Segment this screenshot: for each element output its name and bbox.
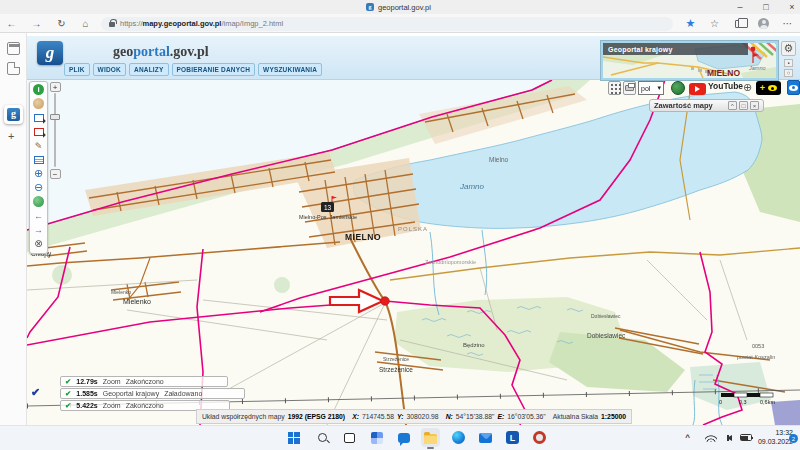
favorite-star-icon[interactable]: ★ (683, 16, 698, 31)
window-minimize-button[interactable]: – (729, 0, 751, 13)
svg-text:powiat Koszalin: powiat Koszalin (737, 354, 775, 360)
start-button[interactable] (286, 430, 301, 445)
contrast-eye-icon (768, 85, 777, 91)
volume-icon[interactable] (722, 430, 737, 445)
mail-icon[interactable] (478, 430, 493, 445)
taskbar-clock[interactable]: 13:32 09.03.2022 (753, 429, 793, 446)
default-cursor-icon[interactable]: ⊗ (31, 237, 46, 250)
next-view-icon[interactable]: → (31, 223, 46, 236)
lock-icon (109, 22, 115, 27)
apps-grid-icon[interactable] (608, 81, 621, 95)
svg-text:Strzeżenice: Strzeżenice (383, 356, 409, 362)
bip-logo-button[interactable] (671, 81, 685, 95)
measure-tool-icon[interactable] (31, 153, 46, 166)
wifi-icon[interactable] (703, 430, 718, 445)
menu-widok[interactable]: WIDOK (93, 63, 126, 76)
refresh-button[interactable]: ↻ (54, 16, 69, 31)
window-close-button[interactable]: × (781, 0, 800, 13)
svg-text:Dobiesławiec: Dobiesławiec (587, 332, 626, 339)
geoportal-logo[interactable]: g (37, 41, 63, 65)
profile-avatar[interactable] (756, 16, 771, 31)
overview-title[interactable]: Geoportal krajowy (603, 43, 748, 55)
toast-message: ✔ 1.585sGeoportal krajowyZaładowano (60, 388, 245, 399)
task-view-icon[interactable] (342, 430, 357, 445)
pan-tool-icon[interactable] (31, 97, 46, 110)
new-tab-plus-icon[interactable]: + (8, 130, 14, 142)
globe-icon[interactable]: ⊕ (741, 81, 754, 94)
high-contrast-button[interactable]: + (756, 81, 781, 95)
layers-panel-header[interactable]: Zawartość mapy ^ □ × (649, 99, 764, 112)
draw-tool-icon[interactable]: ✎ (31, 139, 46, 152)
tray-chevron-icon[interactable]: ^ (680, 430, 695, 445)
browser-menu-icon[interactable]: ⋯ (780, 16, 795, 31)
taskbar-search-icon[interactable] (315, 430, 330, 445)
overview-map[interactable]: Jamno MIELNO Geoportal krajowy (601, 41, 778, 80)
zoom-slider-handle[interactable] (50, 114, 60, 120)
forward-button[interactable]: → (29, 16, 44, 31)
home-button[interactable]: ⌂ (78, 16, 93, 31)
notification-badge[interactable]: 2 (789, 434, 798, 443)
edge-sidebar (0, 33, 27, 425)
file-explorer-icon[interactable] (423, 430, 438, 445)
full-extent-globe-icon[interactable] (31, 195, 46, 208)
settings-gear-icon[interactable]: ⚙ (781, 41, 796, 56)
main-menu: PLIK WIDOK ANALIZY POBIERANIE DANYCH WYS… (64, 63, 322, 76)
favorites-bar-icon[interactable]: ☆ (707, 16, 722, 31)
zoom-slider-track[interactable] (54, 93, 56, 167)
active-tab-favicon[interactable]: g (4, 105, 23, 124)
identify-tool-icon[interactable]: i (31, 83, 46, 96)
window-maximize-button[interactable]: □ (755, 0, 777, 13)
visibility-eye-button[interactable] (787, 80, 800, 95)
previous-view-icon[interactable]: ← (31, 209, 46, 222)
svg-text:0,6km: 0,6km (760, 399, 775, 405)
slider-zoom-in-button[interactable]: + (50, 82, 61, 92)
back-button[interactable]: ← (4, 16, 19, 31)
desktop: { "browser": { "tab_title": "geoportal.g… (0, 0, 800, 450)
svg-text:Dobiesławiec: Dobiesławiec (591, 313, 621, 319)
success-check-icon: ✔ (65, 377, 71, 386)
youtube-play-icon[interactable] (689, 83, 706, 95)
menu-pobieranie-danych[interactable]: POBIERANIE DANYCH (172, 63, 255, 76)
menu-wyszukiwania[interactable]: WYSZUKIWANIA (258, 63, 322, 76)
panel-close-icon[interactable]: × (750, 101, 759, 110)
browser-tab[interactable]: g geoportal.gov.pl (366, 1, 431, 13)
new-window-icon[interactable] (7, 62, 20, 75)
svg-text:Strzeżenice: Strzeżenice (379, 366, 413, 373)
print-icon[interactable] (623, 81, 636, 95)
tab-favicon-icon: g (366, 3, 374, 11)
svg-text:0053: 0053 (752, 343, 764, 349)
slider-zoom-out-button[interactable]: − (50, 169, 61, 179)
overview-lake-label: Jamno (748, 65, 766, 71)
svg-text:Mielno: Mielno (489, 156, 509, 163)
toast-message: ✔ 12.79sZoomZakończono (60, 376, 228, 387)
active-app-indicator (427, 447, 434, 449)
red-ring-app-icon[interactable] (532, 430, 547, 445)
overview-city-label: MIELNO (707, 68, 740, 78)
success-check-icon: ✔ (65, 389, 71, 398)
panel-float-icon[interactable]: □ (739, 101, 748, 110)
youtube-label[interactable]: YouTube (708, 81, 743, 91)
panel-expand-icon[interactable]: ^ (728, 101, 737, 110)
locate-circle-button[interactable]: ○ (784, 69, 793, 77)
battery-icon[interactable] (738, 430, 753, 445)
tab-list-icon[interactable] (7, 42, 20, 55)
language-select[interactable]: pol▾ (638, 81, 664, 95)
chevron-down-icon: ▾ (657, 84, 661, 92)
svg-text:13: 13 (324, 204, 332, 211)
confirm-check-icon[interactable]: ✔ (31, 386, 40, 399)
zoom-in-tool-icon[interactable]: ⊕ (31, 167, 46, 180)
menu-plik[interactable]: PLIK (64, 63, 90, 76)
select-box-blue-icon[interactable] (31, 111, 46, 124)
select-box-red-icon[interactable] (31, 125, 46, 138)
collections-icon[interactable] (731, 16, 746, 31)
chat-icon[interactable] (396, 430, 411, 445)
collapse-minus-button[interactable]: ▪ (784, 59, 793, 67)
topographic-map[interactable]: 13 Mielno-Pos. Jamieńskie MIELNO POLSKA … (27, 80, 800, 425)
svg-text:MIELNO: MIELNO (345, 232, 381, 242)
l-app-icon[interactable]: L (505, 430, 520, 445)
zoom-out-tool-icon[interactable]: ⊖ (31, 181, 46, 194)
address-bar[interactable]: https://mapy.geoportal.gov.pl/imap/Imgp_… (101, 17, 673, 31)
edge-browser-icon[interactable] (451, 430, 466, 445)
widgets-icon[interactable] (369, 430, 384, 445)
menu-analizy[interactable]: ANALIZY (129, 63, 169, 76)
